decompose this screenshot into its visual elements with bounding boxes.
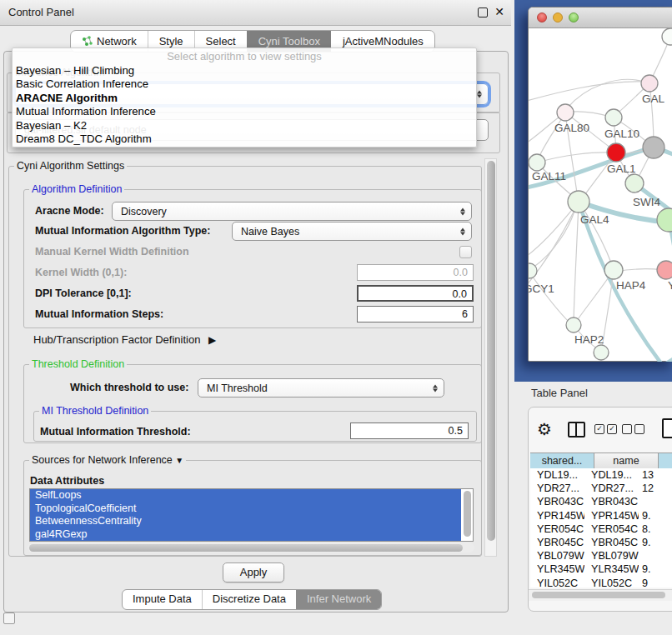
mi-steps-field[interactable]: 6 [357,306,474,322]
mac-zoom-icon[interactable] [569,12,579,22]
table-row[interactable]: YPR145WYPR145W9. [530,509,672,522]
close-icon[interactable]: ✕ [494,5,504,18]
attribute-item-selfloops[interactable]: SelfLoops [30,489,461,502]
table-cell: YER054C [530,522,584,536]
mi-threshold-title: MI Threshold Definition [39,405,151,417]
attributes-hscrollbar-thumb[interactable] [29,544,463,552]
table-row[interactable]: YBR043CYBR043C [530,495,672,508]
network-node-hap2[interactable] [566,318,581,332]
table-cell: 13 [639,468,672,482]
algorithm-definition-title: Algorithm Definition [29,183,124,195]
table-cell: YDR27... [530,482,584,495]
table-row[interactable]: YDR27...YDR27...12 [530,482,672,495]
manual-kernel-checkbox[interactable] [459,246,472,258]
network-node-gal11[interactable] [529,154,545,171]
which-threshold-combobox[interactable]: MI Threshold [198,378,444,398]
algorithm-option-dream8-dc-tdc-algorithm[interactable]: Dream8 DC_TDC Algorithm [16,132,473,146]
network-node-node-bottom-partial[interactable] [594,345,609,360]
column-header-name[interactable]: name [594,453,659,469]
attribute-item-topologicalcoefficient[interactable]: TopologicalCoefficient [30,502,461,516]
cyni-algorithm-settings-title: Cyni Algorithm Settings [14,160,127,172]
table-cell: YER054C [584,522,639,536]
table-row[interactable]: YBL079WYBL079W [530,549,672,562]
algorithm-option-bayesian-k2[interactable]: Bayesian – K2 [16,119,473,132]
attributes-hscrollbar[interactable] [28,542,474,552]
network-node-gal10[interactable] [605,109,622,126]
algorithm-option-bayesian-hill-climbing[interactable]: Bayesian – Hill Climbing [16,64,473,78]
network-node-gal-top[interactable] [641,75,658,92]
table-cell: 8. [639,522,672,536]
settings-scrollbar-thumb[interactable] [487,161,495,541]
table-row[interactable]: YLR345WYLR345W9. [530,562,672,576]
float-window-icon[interactable] [478,8,488,18]
mi-threshold-field[interactable]: 0.5 [350,422,469,439]
aracne-mode-combobox[interactable]: Discovery [112,202,472,221]
algorithm-dropdown-placeholder: Select algorithm to view settings [13,50,476,62]
mi-type-label: Mutual Information Algorithm Type: [35,225,210,237]
table-cell: 9 [639,577,672,588]
gear-icon[interactable]: ⚙ [537,419,552,439]
restore-panel-icon[interactable] [3,612,15,624]
network-node-swi4[interactable] [625,174,644,192]
network-node-label-pink-right-partial: Y [668,279,672,292]
network-node-label-gcy1: GCY1 [529,282,554,295]
checked-columns-icon[interactable]: ✓✓ [594,424,617,434]
network-node-hap4[interactable] [604,261,623,279]
table-hscrollbar[interactable] [529,589,672,601]
which-threshold-label: Which threshold to use: [70,382,188,393]
combo-arrows-icon [460,208,465,215]
sources-title[interactable]: Sources for Network Inference ▼ [29,454,186,466]
attribute-item-gal4rgexp[interactable]: gal4RGexp [30,528,461,542]
network-window-titlebar[interactable] [529,8,672,28]
column-header-shared[interactable]: shared... [530,453,594,469]
network-node-gal1[interactable] [607,143,625,162]
table-row[interactable]: YIL052CYIL052C9 [530,577,672,588]
unchecked-columns-icon[interactable] [622,424,644,434]
attribute-item-betweennesscentrality[interactable]: BetweennessCentrality [30,515,461,528]
network-edge[interactable] [574,202,579,322]
kernel-width-label: Kernel Width (0,1): [35,267,127,278]
table-cell: YDL19... [584,468,639,482]
network-node-gal4[interactable] [568,191,589,212]
data-attributes-list[interactable]: SelfLoopsTopologicalCoefficientBetweenne… [29,488,474,542]
network-node-label-gal4: GAL4 [580,213,609,226]
dpi-tolerance-field[interactable]: 0.0 [357,285,474,302]
document-icon[interactable] [662,418,672,438]
network-node-gray-node[interactable] [643,137,664,158]
table-cell: YBR045C [530,536,584,549]
tab-infer-network[interactable]: Infer Network [296,590,381,609]
column-header-a[interactable]: A [659,453,672,469]
network-node-big-green-partial[interactable] [657,208,672,232]
apply-button[interactable]: Apply [223,562,284,582]
tab-impute-data[interactable]: Impute Data [123,590,202,609]
network-edge[interactable] [532,203,577,268]
settings-scrollbar[interactable] [484,158,497,557]
split-columns-icon[interactable] [568,422,585,438]
network-edge[interactable] [530,273,570,323]
network-view-window[interactable]: GALGAL80GAL10GAL1GAL11SWI4GAL4GCY1HAP4YH… [528,7,672,362]
table-row[interactable]: YBR045CYBR045C9. [530,536,672,549]
network-edge[interactable] [537,152,612,162]
algorithm-option-mutual-information-inference[interactable]: Mutual Information Inference [16,105,473,118]
attributes-scrollbar-thumb[interactable] [464,491,471,537]
table-body[interactable]: YDL19...YDL19...13YDR27...YDR27...12YBR0… [530,468,672,588]
network-node-pink-right-partial[interactable] [657,261,672,279]
table-hscrollbar-thumb[interactable] [532,592,665,598]
network-node-node-top-partial[interactable] [662,28,672,45]
chevron-down-icon: ▼ [175,456,183,465]
algorithm-option-basic-correlation-inference[interactable]: Basic Correlation Inference [16,78,473,91]
table-cell: 12 [639,482,672,495]
algorithm-option-aracne-algorithm[interactable]: ARACNE Algorithm [16,92,473,105]
mac-minimize-icon[interactable] [553,12,563,22]
network-graph[interactable]: GALGAL80GAL10GAL1GAL11SWI4GAL4GCY1HAP4YH… [529,28,672,362]
network-icon [82,36,93,47]
table-row[interactable]: YER054CYER054C8. [530,522,672,536]
table-cell [639,495,672,508]
table-row[interactable]: YDL19...YDL19...13 [530,468,672,482]
mac-close-icon[interactable] [537,12,547,22]
network-node-gal80[interactable] [557,104,574,121]
tab-discretize-data[interactable]: Discretize Data [202,590,296,609]
hub-section-toggle[interactable]: Hub/Transcription Factor Definition ▶ [33,333,216,346]
mi-type-combobox[interactable]: Naive Bayes [232,222,472,241]
kernel-width-field[interactable]: 0.0 [357,264,474,281]
